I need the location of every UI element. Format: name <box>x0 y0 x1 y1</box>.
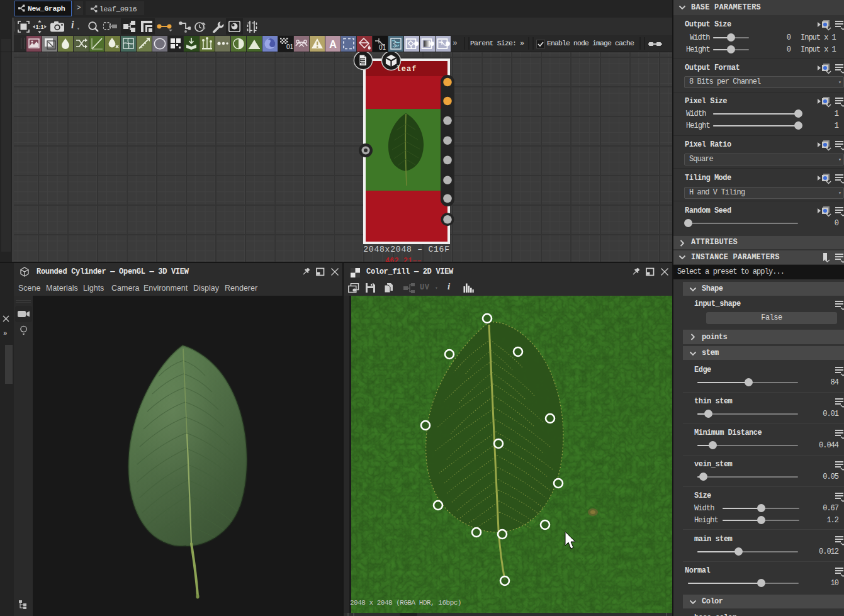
svg-text:01: 01 <box>379 44 386 51</box>
svg-text:A: A <box>329 39 337 50</box>
svg-text:1:1: 1:1 <box>35 24 43 30</box>
svg-text:01: 01 <box>286 43 293 50</box>
